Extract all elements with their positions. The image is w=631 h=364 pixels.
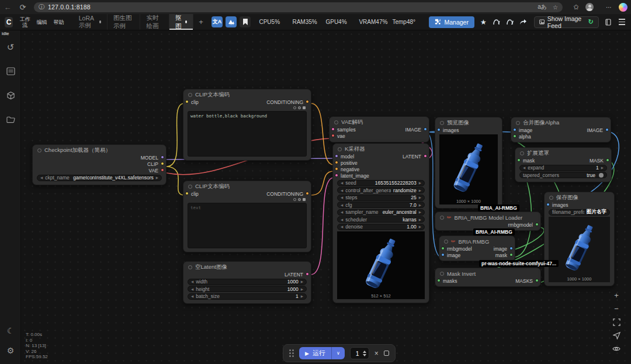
notification-bell-alt-button[interactable] xyxy=(506,19,514,26)
prev-arrow-icon[interactable]: ◀ xyxy=(40,176,43,179)
star-button[interactable]: ★ xyxy=(480,18,487,26)
tab-realtime-paint[interactable]: 实时绘画 xyxy=(140,14,169,30)
bookmark-page-star-icon[interactable]: ☆ xyxy=(553,4,558,11)
collapse-dot[interactable] xyxy=(440,216,444,220)
next-arrow-icon[interactable]: ▶ xyxy=(419,218,421,221)
model-library-button[interactable] xyxy=(0,85,21,105)
menu-workflow[interactable]: 工作流 xyxy=(19,16,31,28)
collapse-dot[interactable] xyxy=(334,120,338,124)
prev-arrow-icon[interactable]: ◀ xyxy=(341,203,343,207)
stop-button[interactable] xyxy=(384,351,389,356)
collapse-dot[interactable] xyxy=(188,265,192,269)
next-arrow-icon[interactable]: ▶ xyxy=(419,196,421,199)
site-info-icon[interactable]: ⓘ xyxy=(39,3,44,11)
next-arrow-icon[interactable]: ▶ xyxy=(419,210,421,214)
theme-toggle-button[interactable]: ☾ xyxy=(0,321,21,341)
profile-avatar[interactable] xyxy=(585,3,594,11)
output-port-clip[interactable] xyxy=(161,162,164,165)
drag-handle[interactable] xyxy=(289,349,294,357)
output-port-conditioning[interactable] xyxy=(306,192,309,195)
browser-back-icon[interactable]: ← xyxy=(0,3,15,12)
circle-icon[interactable] xyxy=(293,106,296,109)
more-options-icon[interactable]: ⋯ xyxy=(606,4,612,11)
next-arrow-icon[interactable]: ▶ xyxy=(419,203,421,207)
tab-img2img-example[interactable]: 图生图示例 xyxy=(108,14,141,30)
next-arrow-icon[interactable]: ▶ xyxy=(156,176,158,179)
input-port-images[interactable] xyxy=(437,128,441,131)
output-port-model[interactable] xyxy=(161,155,164,159)
input-port-images[interactable] xyxy=(546,203,550,206)
widget-height[interactable]: ◀height1000▶ xyxy=(188,286,307,292)
prompt-textarea[interactable]: text xyxy=(188,203,307,248)
prev-arrow-icon[interactable]: ◀ xyxy=(191,294,193,298)
widget-tapered-corners[interactable]: tapered_cornerstrue xyxy=(519,172,607,178)
node-join-image-alpha[interactable]: 合并图像Alpha image IMAGE alpha xyxy=(511,117,611,143)
clear-queue-button[interactable]: × xyxy=(375,349,379,358)
next-arrow-icon[interactable]: ▶ xyxy=(301,280,303,283)
widget-scheduler[interactable]: ◀schedulerkarras▶ xyxy=(337,216,425,223)
select-mode-button[interactable] xyxy=(613,331,620,339)
collapse-dot[interactable] xyxy=(188,185,192,189)
node-clip-text-encode-negative[interactable]: CLIP文本编码 clip CONDITIONING text xyxy=(183,181,311,252)
widget-expand[interactable]: ◀expand1▶ xyxy=(519,165,607,171)
share-arrow-button[interactable] xyxy=(519,19,527,25)
menu-help[interactable]: 帮助 xyxy=(53,19,65,25)
input-port-clip[interactable] xyxy=(185,100,189,103)
increment-icon[interactable] xyxy=(363,351,366,353)
collapse-dot[interactable] xyxy=(516,121,520,125)
square-icon[interactable] xyxy=(303,106,306,109)
manager-button[interactable]: Manager xyxy=(429,16,474,28)
prev-arrow-icon[interactable]: ◀ xyxy=(191,287,193,291)
book-button[interactable] xyxy=(605,19,612,26)
tab-lora-example[interactable]: LoRA示例 xyxy=(73,14,108,30)
node-bria-rmbg[interactable]: ✎BRIA RMBG rmbgmodel image image mask xyxy=(439,235,515,261)
prev-arrow-icon[interactable]: ◀ xyxy=(341,218,343,221)
node-save-image[interactable]: 保存图像 images filename_prefix图片名字 1000 × 1… xyxy=(544,192,615,286)
browser-refresh-icon[interactable]: ⟳ xyxy=(15,3,30,12)
address-bar[interactable]: ⓘ 127.0.0.1:8188 aあ ☆ xyxy=(34,2,563,12)
input-port-mask[interactable] xyxy=(517,158,521,162)
show-image-feed-button[interactable]: Show Image Feed ↻ xyxy=(534,16,599,28)
canvas-tool-button[interactable] xyxy=(226,16,237,27)
input-port-image[interactable] xyxy=(441,253,445,256)
prev-arrow-icon[interactable]: ◀ xyxy=(191,280,193,283)
output-port-mask[interactable] xyxy=(509,253,513,256)
widget-sampler-name[interactable]: ◀sampler_nameeuler_ancestral▶ xyxy=(337,209,425,216)
next-arrow-icon[interactable]: ▶ xyxy=(419,225,421,228)
hamburger-menu-icon[interactable] xyxy=(619,19,625,25)
square-icon[interactable] xyxy=(303,198,306,201)
node-ksampler[interactable]: K采样器 model LATENT positive negative late… xyxy=(332,143,429,303)
prev-arrow-icon[interactable]: ◀ xyxy=(341,225,343,228)
prev-arrow-icon[interactable]: ◀ xyxy=(341,181,343,185)
input-port-latent-image[interactable] xyxy=(335,174,338,177)
widget-cfg[interactable]: ◀cfg7.0▶ xyxy=(337,202,425,208)
run-options-caret[interactable]: ∨ xyxy=(332,351,345,356)
notification-bell-button[interactable] xyxy=(493,19,500,26)
widget-width[interactable]: ◀width1000▶ xyxy=(188,279,307,285)
collapse-dot[interactable] xyxy=(520,151,524,155)
comfyui-logo[interactable]: C xyxy=(5,17,13,27)
next-arrow-icon[interactable]: ▶ xyxy=(601,166,604,169)
node-grow-mask[interactable]: 扩展遮罩 mask MASK ◀expand1▶ tapered_corners… xyxy=(515,147,612,182)
collapse-dot[interactable] xyxy=(549,196,553,200)
input-port-positive[interactable] xyxy=(335,161,338,164)
output-port-conditioning[interactable] xyxy=(306,100,309,103)
history-button[interactable]: ↺ xyxy=(0,37,21,57)
new-tab-button[interactable]: + xyxy=(193,14,209,30)
settings-button[interactable]: ⚙ xyxy=(0,341,21,360)
toggle-links-button[interactable] xyxy=(612,345,620,353)
prev-arrow-icon[interactable]: ◀ xyxy=(341,196,343,199)
input-port-alpha[interactable] xyxy=(513,134,516,138)
translate-toggle-button[interactable]: 文A xyxy=(212,16,223,27)
input-port-clip[interactable] xyxy=(185,192,189,195)
output-port-image[interactable] xyxy=(424,127,427,131)
output-port-latent[interactable] xyxy=(424,154,427,158)
queue-button[interactable] xyxy=(0,61,21,81)
output-port-image[interactable] xyxy=(509,247,513,250)
menu-edit[interactable]: 编辑 xyxy=(36,19,48,25)
widget-control-after-generate[interactable]: ◀control_after_generaterandomize▶ xyxy=(337,187,425,193)
next-arrow-icon[interactable]: ▶ xyxy=(419,189,421,192)
tab-matting[interactable]: 抠图 xyxy=(169,14,193,30)
widget-filename-prefix[interactable]: filename_prefix图片名字 xyxy=(549,209,610,216)
target-icon[interactable] xyxy=(298,106,301,109)
